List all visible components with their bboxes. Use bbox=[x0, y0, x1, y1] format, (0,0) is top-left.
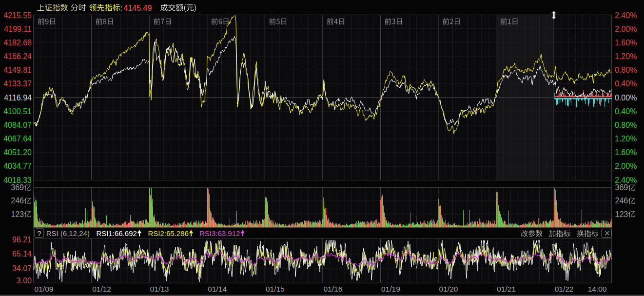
svg-text:0.40%: 0.40% bbox=[615, 107, 637, 116]
svg-text:4145.49: 4145.49 bbox=[124, 4, 152, 12]
svg-text:4051.20: 4051.20 bbox=[3, 148, 32, 157]
svg-text:4100.51: 4100.51 bbox=[3, 107, 32, 116]
svg-text:14:00: 14:00 bbox=[588, 285, 607, 293]
svg-text:1.20%: 1.20% bbox=[615, 135, 637, 143]
svg-text:01/20: 01/20 bbox=[439, 285, 458, 293]
svg-text:123: 123 bbox=[11, 210, 24, 218]
svg-text:2.40%: 2.40% bbox=[615, 176, 637, 184]
svg-text:0.80%: 0.80% bbox=[615, 121, 637, 129]
svg-text:01/19: 01/19 bbox=[381, 285, 400, 293]
svg-text:4133.37: 4133.37 bbox=[3, 79, 32, 88]
svg-text:3.00: 3.00 bbox=[17, 276, 32, 285]
svg-text:4199.11: 4199.11 bbox=[4, 25, 32, 33]
svg-text:01/16: 01/16 bbox=[324, 285, 343, 293]
svg-text:1.60%: 1.60% bbox=[615, 39, 637, 47]
svg-text:01/22: 01/22 bbox=[555, 285, 574, 293]
svg-text:RSI2:65.286: RSI2:65.286 bbox=[148, 229, 189, 237]
svg-text:01/12: 01/12 bbox=[92, 285, 111, 293]
svg-text:01/09: 01/09 bbox=[35, 285, 54, 293]
svg-text:0.00%: 0.00% bbox=[615, 94, 637, 102]
svg-text:2.40%: 2.40% bbox=[615, 11, 637, 20]
svg-text:4084.07: 4084.07 bbox=[3, 121, 32, 129]
svg-text:4034.77: 4034.77 bbox=[3, 162, 32, 170]
svg-text:1.20%: 1.20% bbox=[615, 52, 637, 60]
svg-text:01/15: 01/15 bbox=[266, 285, 285, 293]
svg-text:01/14: 01/14 bbox=[208, 285, 227, 293]
svg-text:RSI1:66.692: RSI1:66.692 bbox=[97, 229, 137, 237]
svg-text:246: 246 bbox=[11, 197, 24, 205]
svg-text:2.00%: 2.00% bbox=[615, 25, 637, 33]
svg-text:01/13: 01/13 bbox=[150, 285, 169, 293]
svg-text:4215.55: 4215.55 bbox=[3, 11, 32, 20]
svg-text:369: 369 bbox=[615, 183, 628, 192]
svg-text:4166.24: 4166.24 bbox=[3, 52, 32, 60]
svg-text:0.40%: 0.40% bbox=[615, 79, 637, 88]
svg-text:65.14: 65.14 bbox=[12, 250, 32, 258]
svg-text:96.21: 96.21 bbox=[12, 236, 32, 244]
svg-text:2.00%: 2.00% bbox=[615, 162, 637, 170]
svg-text:4018.33: 4018.33 bbox=[3, 176, 32, 184]
svg-text:4182.68: 4182.68 bbox=[3, 39, 32, 47]
svg-text:4149.81: 4149.81 bbox=[3, 66, 32, 74]
svg-text:246: 246 bbox=[615, 197, 628, 205]
svg-text:RSI3:63.912: RSI3:63.912 bbox=[199, 229, 240, 237]
svg-text:1.60%: 1.60% bbox=[615, 148, 637, 157]
svg-text:?: ? bbox=[37, 229, 41, 237]
svg-text:369: 369 bbox=[11, 183, 24, 192]
svg-text:0.80%: 0.80% bbox=[615, 66, 637, 74]
svg-text:4067.64: 4067.64 bbox=[3, 135, 32, 143]
svg-text:RSI (6,12,24): RSI (6,12,24) bbox=[46, 229, 90, 237]
svg-text:01/21: 01/21 bbox=[497, 285, 516, 293]
svg-text:34.07: 34.07 bbox=[12, 264, 32, 273]
svg-text:123: 123 bbox=[615, 210, 628, 218]
svg-text:4116.94: 4116.94 bbox=[4, 94, 32, 102]
